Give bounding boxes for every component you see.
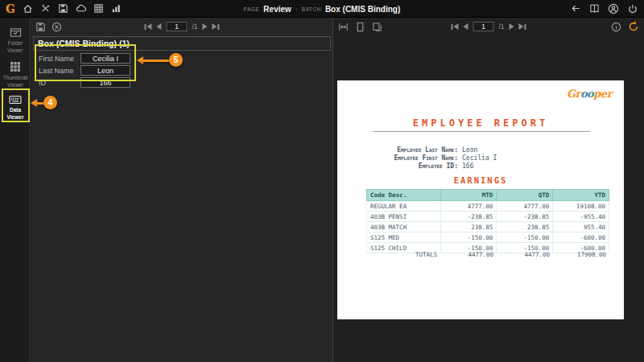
breadcrumb-page-label: PAGE [244,6,260,12]
title-rule [373,131,590,132]
sidebar-item-thumbnail-viewer[interactable]: Thumbnail Viewer [0,60,31,91]
cell-code: 403B PENSI [367,212,441,222]
page-number-input[interactable] [166,22,187,31]
doc-field-label: Employee First Name: [337,154,458,162]
cell-ytd: -955.40 [553,212,609,222]
field-row-last-name: Last Name Leon [39,64,332,76]
sidebar-item-data-viewer[interactable]: Data Viewer [0,93,31,123]
cell-qtd: 4777.00 [497,201,553,212]
totals-ytd: 17908.00 [553,251,609,258]
viewer-toolbar: /1 [333,19,644,34]
save-data-icon[interactable] [35,22,46,32]
data-page-navigation: /1 [144,22,219,31]
viewer-toolbar-right [611,21,639,32]
doc-field-label: Employee ID: [337,162,458,171]
totals-label: TOTALS [366,251,440,258]
table-row: S125 MED -150.00 -150.00 -600.00 [367,232,609,243]
field-value-input[interactable]: 166 [80,77,130,88]
viewer-page-navigation: /1 [451,22,526,31]
doc-field-value: 166 [462,162,473,171]
totals-mtd: 4477.00 [440,251,497,258]
field-value-input[interactable]: Cecilia I [80,53,130,64]
grid-icon[interactable] [93,3,104,14]
power-icon[interactable] [627,3,638,14]
cell-ytd: 19108.00 [553,201,609,212]
data-viewer-icon [9,95,22,105]
last-page-button[interactable] [519,23,526,30]
doc-field-value: Leon [462,146,477,154]
user-icon[interactable] [608,3,619,14]
doc-field-row: Employee Last Name: Leon [337,146,624,154]
cell-code: S125 MED [367,232,441,243]
doc-field-label: Employee Last Name: [337,146,458,154]
cell-qtd: -150.00 [497,232,553,243]
totals-row: TOTALS 4477.00 4477.00 17908.00 [366,251,609,258]
fit-page-icon[interactable] [355,22,365,32]
field-label: Last Name [39,67,80,75]
table-row: 403B MATCH 238.85 238.85 955.40 [367,222,609,232]
document-type-header: Box (CMIS Binding) (1) [33,36,331,51]
field-row-first-name: First Name Cecilia I [39,52,332,64]
extracted-fields: First Name Cecilia I Last Name Leon ID 1… [39,52,332,88]
page-number-input[interactable] [473,22,493,31]
cell-mtd: -238.85 [440,212,497,222]
page-count-label: /1 [498,23,504,31]
next-page-button[interactable] [510,23,514,30]
breadcrumb: PAGE Review · BATCH Box (CMIS Binding) [244,0,400,18]
breadcrumb-page-value[interactable]: Review [263,5,291,14]
cell-ytd: -600.00 [553,232,609,243]
grooper-logo[interactable]: G [6,3,15,14]
document-page[interactable]: Grooper EMPLOYEE REPORT Employee Last Na… [337,80,624,319]
fit-width-icon[interactable] [338,22,349,32]
data-panel-toolbar: /1 [31,19,332,34]
data-viewer-panel: /1 Box (CMIS Binding) (1) First Name Cec… [31,18,332,362]
earnings-section-title: EARNINGS [337,175,624,185]
earnings-table: Code Desc. MTD QTD YTD REGULAR EA 4777.0… [366,189,609,253]
first-page-button[interactable] [144,23,151,30]
field-row-id: ID 166 [39,76,332,88]
previous-page-button[interactable] [156,23,161,30]
viewer-toolbar-left [338,22,382,32]
sidebar-item-label: Thumbnail Viewer [1,75,30,89]
info-icon[interactable] [611,22,621,32]
close-icon[interactable] [52,22,62,32]
book-icon[interactable] [589,3,600,14]
thumbnail-viewer-icon [10,61,21,72]
topbar-icon-group [23,3,122,14]
previous-page-button[interactable] [463,23,468,30]
next-page-button[interactable] [203,23,208,30]
document-fields: Employee Last Name: Leon Employee First … [337,146,624,171]
earnings-header-row: Code Desc. MTD QTD YTD [367,190,609,201]
home-icon[interactable] [23,3,33,14]
table-row: REGULAR EA 4777.00 4777.00 19108.00 [367,201,609,212]
breadcrumb-batch-value[interactable]: Box (CMIS Binding) [325,5,400,14]
tools-icon[interactable] [40,3,51,14]
table-row: 403B PENSI -238.85 -238.85 -955.40 [367,212,609,222]
cloud-icon[interactable] [76,3,86,14]
cell-mtd: -150.00 [440,232,497,243]
back-arrow-icon[interactable] [570,3,581,14]
cell-mtd: 238.85 [440,222,497,232]
doc-field-row: Employee ID: 166 [337,162,624,171]
viewer-rail: Folder Viewer Thumbnail Viewer Data View… [0,18,31,362]
pages-icon[interactable] [372,22,382,32]
app: { "topbar": { "logo_text": "G", "breadcr… [0,0,644,362]
cell-mtd: 4777.00 [440,201,497,212]
save-icon[interactable] [58,3,68,14]
sidebar-item-label: Data Viewer [1,107,30,121]
document-logo: Grooper [567,88,612,100]
cell-code: 403B MATCH [367,222,441,232]
chart-icon[interactable] [111,3,122,14]
sidebar-item-label: Folder Viewer [1,40,30,55]
cell-ytd: 955.40 [553,222,609,232]
sidebar-item-folder-viewer[interactable]: Folder Viewer [0,26,31,56]
field-label: ID [39,79,80,87]
last-page-button[interactable] [213,23,220,30]
field-value-input[interactable]: Leon [80,65,130,76]
doc-field-row: Employee First Name: Cecilia I [337,154,624,162]
column-header: QTD [497,190,553,201]
rotate-icon[interactable] [628,21,639,32]
first-page-button[interactable] [451,23,458,30]
folder-viewer-icon [10,27,22,38]
cell-qtd: 238.85 [497,222,553,232]
